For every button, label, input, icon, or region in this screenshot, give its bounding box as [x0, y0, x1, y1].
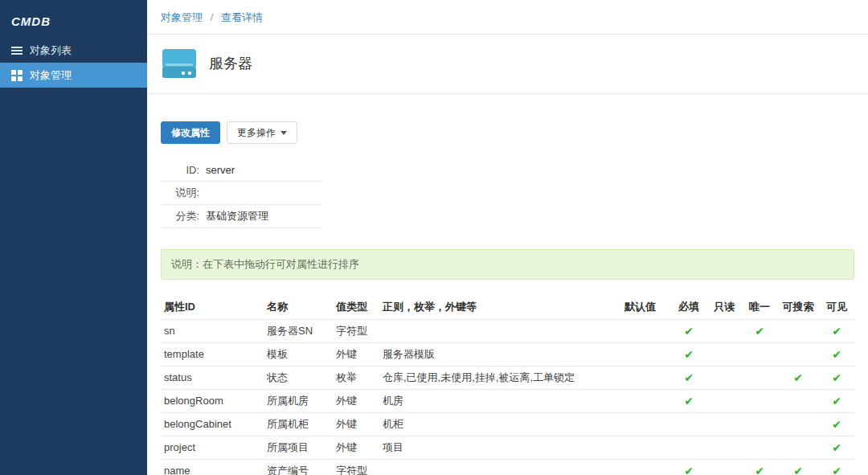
cell-default [621, 319, 671, 342]
main-panel: 对象管理 / 查看详情 服务器 修改属性 更多操作 ID: [147, 0, 868, 475]
cell-attribute-id: sn [161, 319, 264, 342]
cell-unique-check: ✔ [742, 319, 777, 342]
breadcrumb: 对象管理 / 查看详情 [147, 0, 868, 35]
header-type: 值类型 [333, 296, 379, 319]
cell-type: 字符型 [333, 459, 379, 475]
header-searchable: 可搜索 [777, 296, 819, 319]
sidebar-item-label: 对象列表 [30, 43, 72, 58]
table-row[interactable]: name 资产编号 字符型 ✔ ✔ ✔ ✔ [161, 459, 854, 475]
sidebar-item-label: 对象管理 [30, 68, 72, 83]
cell-rule: 项目 [379, 436, 621, 459]
cell-rule: 机柜 [379, 412, 621, 436]
cell-type: 字符型 [333, 319, 379, 342]
attribute-table: 属性ID 名称 值类型 正则，枚举，外键等 默认值 必填 只读 唯一 可搜索 可… [161, 296, 854, 475]
header-required: 必填 [671, 296, 706, 319]
more-actions-button[interactable]: 更多操作 [227, 121, 297, 144]
cell-visible-check: ✔ [819, 319, 854, 342]
cell-rule: 仓库,已使用,未使用,挂掉,被运离,工单锁定 [379, 366, 621, 389]
cell-required-check: ✔ [671, 459, 706, 475]
table-row[interactable]: belongCabinet 所属机柜 外键 机柜 ✔ [161, 412, 854, 436]
detail-label: ID: [161, 164, 199, 176]
cell-name: 所属项目 [264, 436, 333, 459]
table-row[interactable]: project 所属项目 外键 项目 ✔ [161, 436, 854, 459]
detail-value: 基础资源管理 [206, 209, 268, 223]
cell-readonly-check [706, 366, 742, 389]
header-attribute-id: 属性ID [161, 296, 264, 319]
cell-readonly-check [706, 389, 742, 412]
list-icon [11, 45, 23, 56]
table-row[interactable]: status 状态 枚举 仓库,已使用,未使用,挂掉,被运离,工单锁定 ✔ ✔ … [161, 366, 854, 389]
cell-searchable-check [777, 412, 819, 436]
cell-searchable-check [777, 436, 819, 459]
cell-searchable-check [777, 319, 819, 342]
cell-type: 枚举 [333, 366, 379, 389]
table-row[interactable]: template 模板 外键 服务器模版 ✔ ✔ [161, 342, 854, 366]
more-actions-label: 更多操作 [237, 126, 276, 140]
cell-required-check: ✔ [671, 319, 706, 342]
cell-searchable-check [777, 342, 819, 366]
cell-required-check: ✔ [671, 342, 706, 366]
cell-attribute-id: name [161, 459, 264, 475]
table-row[interactable]: sn 服务器SN 字符型 ✔ ✔ ✔ [161, 319, 854, 342]
cell-required-check [671, 436, 706, 459]
cell-unique-check [742, 389, 777, 412]
detail-row-category: 分类: 基础资源管理 [161, 205, 321, 228]
cell-default [621, 366, 671, 389]
cell-unique-check [742, 436, 777, 459]
content-area: 修改属性 更多操作 ID: server 说明: 分类: 基础资源管理 说明：在… [147, 94, 868, 475]
detail-row-id: ID: server [161, 158, 321, 182]
cell-searchable-check [777, 389, 819, 412]
drag-sort-notice: 说明：在下表中拖动行可对属性进行排序 [161, 249, 854, 280]
cell-readonly-check [706, 412, 742, 436]
cell-attribute-id: belongRoom [161, 389, 264, 412]
cell-name: 资产编号 [264, 459, 333, 475]
detail-label: 说明: [161, 186, 199, 200]
cell-searchable-check: ✔ [777, 459, 819, 475]
sidebar-item-object-list[interactable]: 对象列表 [0, 38, 147, 63]
cell-name: 状态 [264, 366, 333, 389]
breadcrumb-link-current[interactable]: 查看详情 [221, 11, 263, 23]
caret-down-icon [280, 131, 287, 135]
attribute-table-body: sn 服务器SN 字符型 ✔ ✔ ✔ template 模板 外键 服务器模版 … [161, 319, 854, 475]
sidebar-item-object-management[interactable]: 对象管理 [0, 63, 147, 88]
header-default: 默认值 [621, 296, 671, 319]
sidebar: CMDB 对象列表 对象管理 [0, 0, 147, 475]
cell-rule: 机房 [379, 389, 621, 412]
cell-type: 外键 [333, 389, 379, 412]
cell-unique-check [742, 412, 777, 436]
cell-visible-check: ✔ [819, 389, 854, 412]
cell-required-check: ✔ [671, 366, 706, 389]
breadcrumb-link-parent[interactable]: 对象管理 [161, 11, 203, 23]
cell-readonly-check [706, 342, 742, 366]
cell-unique-check: ✔ [742, 459, 777, 475]
cell-default [621, 342, 671, 366]
modify-attributes-button[interactable]: 修改属性 [161, 121, 220, 144]
cell-searchable-check: ✔ [777, 366, 819, 389]
object-header: 服务器 [147, 35, 868, 94]
cell-visible-check: ✔ [819, 342, 854, 366]
cell-default [621, 389, 671, 412]
cell-visible-check: ✔ [819, 459, 854, 475]
cell-unique-check [742, 366, 777, 389]
cell-attribute-id: status [161, 366, 264, 389]
cell-name: 所属机柜 [264, 412, 333, 436]
breadcrumb-separator: / [211, 11, 214, 23]
cell-name: 所属机房 [264, 389, 333, 412]
header-visible: 可见 [819, 296, 854, 319]
detail-value: server [206, 164, 235, 176]
cell-name: 模板 [264, 342, 333, 366]
cell-default [621, 436, 671, 459]
cell-attribute-id: project [161, 436, 264, 459]
table-row[interactable]: belongRoom 所属机房 外键 机房 ✔ ✔ [161, 389, 854, 412]
header-unique: 唯一 [742, 296, 777, 319]
cell-name: 服务器SN [264, 319, 333, 342]
toolbar: 修改属性 更多操作 [161, 121, 854, 144]
cell-required-check [671, 412, 706, 436]
cell-readonly-check [706, 436, 742, 459]
header-readonly: 只读 [706, 296, 742, 319]
cell-readonly-check [706, 459, 742, 475]
header-name: 名称 [264, 296, 333, 319]
cell-unique-check [742, 342, 777, 366]
cell-rule [379, 319, 621, 342]
cell-readonly-check [706, 319, 742, 342]
